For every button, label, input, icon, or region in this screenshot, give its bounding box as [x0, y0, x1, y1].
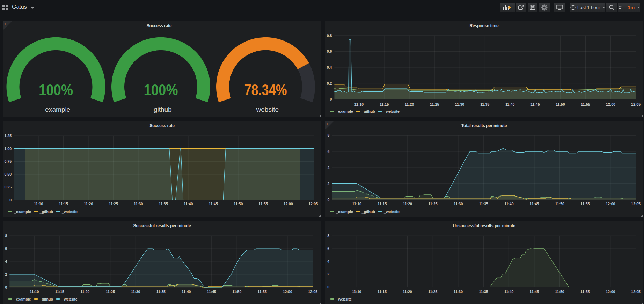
svg-text:11:25: 11:25: [428, 202, 437, 206]
svg-text:11:20: 11:20: [80, 290, 89, 294]
svg-text:8: 8: [328, 133, 330, 138]
svg-text:11:50: 11:50: [232, 290, 241, 294]
svg-text:0.8: 0.8: [327, 34, 332, 38]
svg-text:11:35: 11:35: [479, 202, 488, 206]
svg-text:11:40: 11:40: [182, 290, 191, 294]
svg-text:11:50: 11:50: [556, 102, 565, 106]
svg-text:8: 8: [327, 233, 329, 238]
svg-text:11:55: 11:55: [257, 290, 266, 294]
svg-text:12:00: 12:00: [606, 102, 615, 106]
svg-text:2: 2: [5, 272, 7, 276]
svg-text:12:05: 12:05: [631, 290, 641, 294]
svg-text:11:45: 11:45: [530, 202, 539, 206]
svg-text:12:00: 12:00: [284, 202, 293, 206]
svg-text:11:45: 11:45: [207, 290, 216, 294]
svg-text:_website: _website: [252, 106, 279, 113]
svg-text:11:45: 11:45: [530, 102, 540, 106]
svg-text:0.50: 0.50: [5, 172, 12, 176]
svg-text:11:55: 11:55: [580, 202, 590, 206]
svg-text:11:45: 11:45: [208, 202, 218, 206]
svg-text:2: 2: [328, 181, 330, 186]
svg-text:12:05: 12:05: [631, 102, 641, 106]
svg-text:11:35: 11:35: [159, 202, 168, 206]
svg-text:100%: 100%: [39, 81, 73, 99]
svg-text:78.34%: 78.34%: [244, 81, 287, 99]
svg-text:11:55: 11:55: [258, 202, 268, 206]
svg-text:0: 0: [330, 97, 332, 101]
svg-text:100%: 100%: [144, 81, 178, 99]
svg-text:11:15: 11:15: [378, 202, 387, 206]
svg-text:12:05: 12:05: [308, 202, 318, 206]
svg-text:1.25: 1.25: [5, 134, 12, 138]
svg-text:0: 0: [327, 285, 329, 289]
svg-text:0.75: 0.75: [5, 159, 12, 163]
svg-text:0.6: 0.6: [327, 49, 332, 53]
svg-text:_example: _example: [41, 106, 70, 113]
svg-text:4: 4: [327, 259, 329, 264]
svg-text:11:10: 11:10: [30, 290, 39, 294]
svg-text:_github: _github: [149, 106, 171, 113]
svg-text:1.00: 1.00: [5, 147, 12, 151]
svg-text:0: 0: [5, 285, 7, 289]
svg-text:11:15: 11:15: [380, 102, 389, 106]
svg-text:0: 0: [328, 198, 330, 202]
svg-text:11:10: 11:10: [34, 202, 43, 206]
svg-text:11:25: 11:25: [428, 290, 437, 294]
svg-text:11:40: 11:40: [504, 290, 513, 294]
svg-text:0.4: 0.4: [327, 65, 332, 69]
svg-text:11:35: 11:35: [480, 102, 489, 106]
svg-text:11:10: 11:10: [352, 202, 361, 206]
svg-text:11:25: 11:25: [106, 290, 115, 294]
svg-text:11:25: 11:25: [430, 102, 439, 106]
svg-text:11:30: 11:30: [134, 202, 143, 206]
svg-text:12:05: 12:05: [631, 202, 641, 206]
svg-text:11:10: 11:10: [352, 290, 361, 294]
svg-text:11:35: 11:35: [479, 290, 488, 294]
svg-text:4: 4: [328, 165, 330, 170]
svg-text:11:15: 11:15: [378, 290, 387, 294]
svg-text:12:00: 12:00: [283, 290, 292, 294]
svg-text:4: 4: [5, 259, 7, 264]
svg-text:11:30: 11:30: [454, 290, 463, 294]
svg-text:12:00: 12:00: [606, 202, 615, 206]
svg-text:2: 2: [327, 272, 329, 276]
svg-text:11:40: 11:40: [184, 202, 193, 206]
svg-text:6: 6: [328, 149, 330, 154]
svg-text:11:55: 11:55: [580, 290, 590, 294]
svg-text:11:15: 11:15: [55, 290, 64, 294]
svg-text:11:50: 11:50: [555, 202, 564, 206]
svg-text:11:45: 11:45: [530, 290, 539, 294]
svg-text:11:25: 11:25: [109, 202, 118, 206]
svg-text:0: 0: [9, 198, 12, 202]
svg-text:12:05: 12:05: [308, 290, 317, 294]
svg-text:11:55: 11:55: [581, 102, 590, 106]
svg-text:6: 6: [327, 246, 329, 251]
svg-text:11:50: 11:50: [555, 290, 564, 294]
svg-text:12:00: 12:00: [606, 290, 615, 294]
svg-text:6: 6: [5, 246, 7, 251]
svg-text:11:40: 11:40: [505, 102, 514, 106]
svg-text:11:40: 11:40: [504, 202, 513, 206]
svg-text:11:50: 11:50: [234, 202, 243, 206]
svg-text:11:10: 11:10: [354, 102, 364, 106]
svg-text:11:35: 11:35: [156, 290, 166, 294]
svg-text:11:30: 11:30: [131, 290, 140, 294]
svg-text:11:15: 11:15: [59, 202, 68, 206]
svg-text:0.2: 0.2: [327, 81, 332, 86]
svg-text:0.25: 0.25: [5, 185, 12, 189]
svg-text:11:30: 11:30: [454, 202, 463, 206]
svg-text:8: 8: [5, 233, 7, 238]
svg-text:11:20: 11:20: [405, 102, 414, 106]
svg-text:11:20: 11:20: [84, 202, 93, 206]
svg-text:11:20: 11:20: [403, 202, 412, 206]
svg-text:11:20: 11:20: [403, 290, 412, 294]
svg-text:11:30: 11:30: [455, 102, 464, 106]
